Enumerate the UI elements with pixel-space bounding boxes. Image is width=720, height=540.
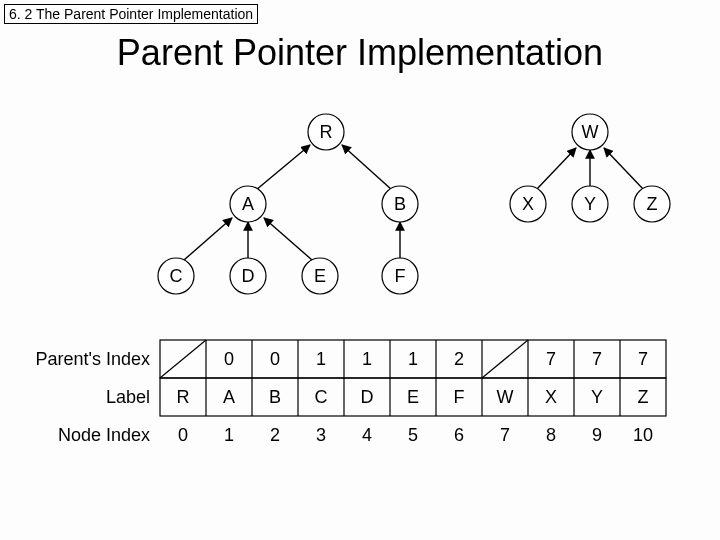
row-label-cell: R — [177, 387, 190, 407]
null-parent-slash — [482, 340, 528, 378]
svg-text:F: F — [395, 266, 406, 286]
row-label-cell: Z — [638, 387, 649, 407]
row-parent-index-cell: 7 — [592, 349, 602, 369]
row-node-index-cell: 2 — [270, 425, 280, 445]
row-label-cell: F — [454, 387, 465, 407]
svg-text:X: X — [522, 194, 534, 214]
tree-node-Z: Z — [634, 186, 670, 222]
tree-node-B: B — [382, 186, 418, 222]
edge-A-R — [256, 145, 310, 190]
row-node-index-cell: 3 — [316, 425, 326, 445]
row-node-index-cell: 9 — [592, 425, 602, 445]
svg-text:E: E — [314, 266, 326, 286]
row-label: LabelRABCDEFWXYZ — [106, 378, 666, 416]
row-parent-index-cell: 1 — [362, 349, 372, 369]
edge-E-A — [264, 218, 312, 260]
edge-X-W — [536, 148, 576, 190]
row-label-cell: A — [223, 387, 235, 407]
svg-text:A: A — [242, 194, 254, 214]
tree-node-E: E — [302, 258, 338, 294]
row-parent-index-cell: 7 — [638, 349, 648, 369]
row-node-index-cell: 5 — [408, 425, 418, 445]
row-label-cell: B — [269, 387, 281, 407]
tree-node-X: X — [510, 186, 546, 222]
row-node-index-cell: 4 — [362, 425, 372, 445]
row-node-index-cell: 1 — [224, 425, 234, 445]
row-parent-index-label: Parent's Index — [35, 349, 150, 369]
row-label-cell: Y — [591, 387, 603, 407]
edge-Z-W — [604, 148, 644, 190]
tree-node-R: R — [308, 114, 344, 150]
row-node-index-label: Node Index — [58, 425, 150, 445]
row-parent-index-cell: 0 — [270, 349, 280, 369]
svg-text:C: C — [170, 266, 183, 286]
svg-text:D: D — [242, 266, 255, 286]
row-node-index: Node Index012345678910 — [58, 425, 653, 445]
tree-node-D: D — [230, 258, 266, 294]
edge-B-R — [342, 145, 392, 190]
null-parent-slash — [160, 340, 206, 378]
row-node-index-cell: 0 — [178, 425, 188, 445]
row-parent-index-cell: 0 — [224, 349, 234, 369]
row-parent-index-cell: 1 — [316, 349, 326, 369]
tree-1: R A B C D E F — [158, 114, 418, 294]
diagram: R A B C D E F W X Y Z Parent's Index0011… — [0, 100, 720, 520]
array-table: Parent's Index001112777LabelRABCDEFWXYZN… — [35, 340, 666, 445]
svg-text:B: B — [394, 194, 406, 214]
row-node-index-cell: 6 — [454, 425, 464, 445]
tree-node-W: W — [572, 114, 608, 150]
row-label-label: Label — [106, 387, 150, 407]
breadcrumb: 6. 2 The Parent Pointer Implementation — [4, 4, 258, 24]
edge-C-A — [184, 218, 232, 260]
row-node-index-cell: 10 — [633, 425, 653, 445]
tree-node-A: A — [230, 186, 266, 222]
row-label-cell: W — [497, 387, 514, 407]
row-parent-index: Parent's Index001112777 — [35, 340, 666, 378]
row-parent-index-cell: 7 — [546, 349, 556, 369]
row-parent-index-cell: 1 — [408, 349, 418, 369]
svg-text:Y: Y — [584, 194, 596, 214]
svg-text:W: W — [582, 122, 599, 142]
row-label-cell: E — [407, 387, 419, 407]
row-node-index-cell: 8 — [546, 425, 556, 445]
tree-node-Y: Y — [572, 186, 608, 222]
tree-node-C: C — [158, 258, 194, 294]
row-label-cell: D — [361, 387, 374, 407]
row-label-cell: C — [315, 387, 328, 407]
row-node-index-cell: 7 — [500, 425, 510, 445]
tree-node-F: F — [382, 258, 418, 294]
tree-2: W X Y Z — [510, 114, 670, 222]
svg-text:R: R — [320, 122, 333, 142]
svg-text:Z: Z — [647, 194, 658, 214]
row-label-cell: X — [545, 387, 557, 407]
row-parent-index-cell: 2 — [454, 349, 464, 369]
page-title: Parent Pointer Implementation — [0, 32, 720, 74]
